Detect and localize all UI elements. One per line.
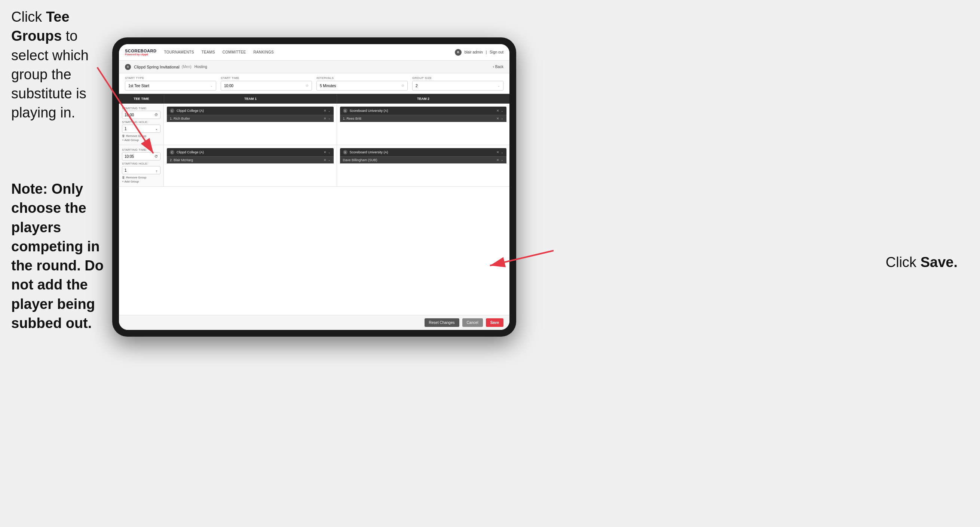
group-size-arrow: ⌄ — [498, 84, 500, 88]
logo-text: SCOREBOARD — [125, 49, 156, 53]
player-actions-2-2: ✕ ⌄ — [496, 158, 503, 162]
team2-arrow-1: ⌄ — [501, 109, 503, 113]
save-button[interactable]: Save — [486, 318, 503, 327]
instruction-text: Click Tee Groups to select which group t… — [11, 8, 108, 123]
start-time-field: Start Time 10:00 ⏱ — [221, 76, 312, 91]
cancel-button[interactable]: Cancel — [462, 318, 483, 327]
nav-tournaments[interactable]: TOURNAMENTS — [164, 49, 194, 56]
instruction-area: Click Tee Groups to select which group t… — [0, 0, 120, 130]
nav-committee[interactable]: COMMITTEE — [223, 49, 246, 56]
starting-hole-label-1: STARTING HOLE: — [122, 121, 161, 124]
nav-separator: | — [486, 50, 487, 54]
remove-group-button-2[interactable]: 🗑 Remove Group — [122, 176, 161, 179]
start-time-clock: ⏱ — [305, 84, 309, 88]
player-row-1-2: 2. Blair McHarg ✕ ⌄ — [167, 156, 334, 164]
tablet-frame: SCOREBOARD Powered by clippd TOURNAMENTS… — [112, 37, 516, 337]
team2-card-1: S Scoreboard University (A) ✕ ⌄ 1. Rees … — [340, 107, 507, 122]
main-content: STARTING TIME: 10:00 ⏱ STARTING HOLE: 1 … — [119, 103, 509, 330]
player-close-2-2[interactable]: ✕ — [496, 158, 500, 162]
player-name-2-2: Dave Billingham (SUB) — [343, 158, 497, 162]
team1-actions-2: ✕ ⌄ — [323, 150, 331, 154]
teams-side-2: C Clippd College (A) ✕ ⌄ 2. Blair McHarg — [164, 145, 509, 186]
intervals-clock: ⏱ — [401, 84, 404, 88]
intervals-label: Intervals — [317, 76, 408, 80]
player-name-2-1: 1. Rees Britt — [343, 117, 497, 121]
intervals-input[interactable]: 5 Minutes ⏱ — [317, 81, 408, 91]
hole-input-2[interactable]: 1 ⌄ — [122, 166, 161, 174]
user-avatar: B — [455, 49, 461, 56]
start-type-label: Start Type — [125, 76, 216, 80]
start-time-label: Start Time — [221, 76, 312, 80]
team2-name-1: Scoreboard University (A) — [350, 109, 497, 113]
team2-actions-2: ✕ ⌄ — [496, 150, 503, 154]
gender-badge: (Men) — [182, 65, 191, 69]
intervals-field: Intervals 5 Minutes ⏱ — [317, 76, 408, 91]
tournament-title: Clippd Spring Invitational — [134, 65, 180, 69]
player-close-1-1[interactable]: ✕ — [323, 117, 326, 121]
team2-close-2[interactable]: ✕ — [496, 150, 500, 154]
hole-input-1[interactable]: 1 ⌄ — [122, 124, 161, 133]
note-text: Note: Only choose the players competing … — [11, 180, 116, 333]
team2-close-1[interactable]: ✕ — [496, 109, 500, 113]
back-button[interactable]: ‹ Back — [493, 65, 503, 69]
player-arrow-2-2: ⌄ — [501, 158, 503, 162]
table-header: Tee Time Team 1 Team 2 — [119, 94, 509, 103]
team1-icon-1: C — [170, 108, 174, 113]
nav-teams[interactable]: TEAMS — [202, 49, 215, 56]
team1-actions-1: ✕ ⌄ — [323, 109, 331, 113]
player-arrow-1-1: ⌄ — [328, 117, 331, 121]
player-close-2-1[interactable]: ✕ — [496, 117, 500, 121]
player-name-1-2: 2. Blair McHarg — [170, 158, 323, 162]
tee-time-input-1[interactable]: 10:00 ⏱ — [122, 111, 161, 119]
navbar: SCOREBOARD Powered by clippd TOURNAMENTS… — [119, 44, 509, 61]
start-type-field: Start Type 1st Tee Start ⌄ — [125, 76, 216, 91]
add-group-button-2[interactable]: + Add Group — [122, 180, 161, 183]
player-actions-2-1: ✕ ⌄ — [496, 117, 503, 121]
team1-card-1: C Clippd College (A) ✕ ⌄ 1. Rich Butler — [167, 107, 334, 122]
hole-arrow-2: ⌄ — [155, 169, 158, 172]
group-row-1: STARTING TIME: 10:00 ⏱ STARTING HOLE: 1 … — [119, 103, 509, 145]
app-logo: SCOREBOARD Powered by clippd — [125, 49, 156, 56]
team2-actions-1: ✕ ⌄ — [496, 109, 503, 113]
tablet-screen: SCOREBOARD Powered by clippd TOURNAMENTS… — [119, 44, 509, 330]
trash-icon-2: 🗑 — [122, 176, 125, 179]
team2-name-2: Scoreboard University (A) — [350, 150, 497, 154]
start-time-input[interactable]: 10:00 ⏱ — [221, 81, 312, 91]
player-row-1-1: 1. Rich Butler ✕ ⌄ — [167, 115, 334, 122]
team1-arrow-2: ⌄ — [328, 151, 331, 154]
team1-card-header-2: C Clippd College (A) ✕ ⌄ — [167, 148, 334, 156]
start-type-input[interactable]: 1st Tee Start ⌄ — [125, 81, 216, 91]
team1-card-header-1: C Clippd College (A) ✕ ⌄ — [167, 107, 334, 115]
right-annotation: Click Save. — [886, 254, 958, 271]
tee-time-clock-2: ⏱ — [154, 154, 158, 158]
team1-arrow-1: ⌄ — [328, 109, 331, 113]
group-size-field: Group Size 2 ⌄ — [412, 76, 503, 91]
nav-items: TOURNAMENTS TEAMS COMMITTEE RANKINGS — [164, 49, 455, 56]
team1-close-1[interactable]: ✕ — [323, 109, 326, 113]
team1-col-2: C Clippd College (A) ✕ ⌄ 2. Blair McHarg — [164, 145, 337, 186]
group-size-input[interactable]: 2 ⌄ — [412, 81, 503, 91]
starting-time-label-2: STARTING TIME: — [122, 148, 161, 151]
th-team1: Team 1 — [164, 94, 337, 103]
team1-close-2[interactable]: ✕ — [323, 150, 326, 154]
tee-time-input-2[interactable]: 10:05 ⏱ — [122, 152, 161, 161]
team2-col-2: S Scoreboard University (A) ✕ ⌄ Dave Bil… — [337, 145, 510, 186]
team2-col-1: S Scoreboard University (A) ✕ ⌄ 1. Rees … — [337, 103, 510, 145]
nav-rankings[interactable]: RANKINGS — [253, 49, 274, 56]
player-arrow-2-1: ⌄ — [501, 117, 503, 121]
remove-group-button-1[interactable]: 🗑 Remove Group — [122, 134, 161, 138]
tournament-icon: B — [125, 64, 131, 70]
sign-out-link[interactable]: Sign out — [490, 50, 503, 54]
hosting-label: Hosting — [194, 65, 207, 69]
tee-time-clock-1: ⏱ — [154, 113, 158, 117]
team1-col-1: C Clippd College (A) ✕ ⌄ 1. Rich Butler — [164, 103, 337, 145]
teams-side-1: C Clippd College (A) ✕ ⌄ 1. Rich Butler — [164, 103, 509, 145]
user-name: blair admin — [465, 50, 483, 54]
add-group-button-1[interactable]: + Add Group — [122, 139, 161, 142]
footer-bar: Reset Changes Cancel Save — [119, 315, 509, 330]
reset-changes-button[interactable]: Reset Changes — [425, 318, 459, 327]
note-area: Note: Only choose the players competing … — [0, 172, 127, 340]
player-arrow-1-2: ⌄ — [328, 158, 331, 162]
th-tee-time: Tee Time — [119, 94, 164, 103]
player-close-1-2[interactable]: ✕ — [323, 158, 326, 162]
